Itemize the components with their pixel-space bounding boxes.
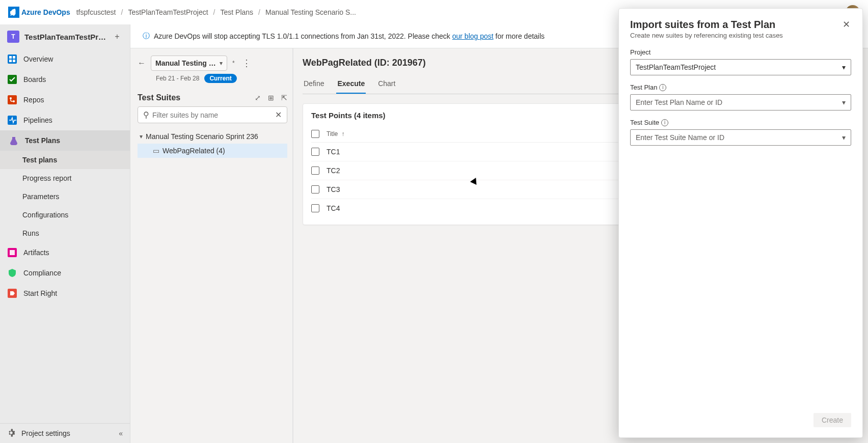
suite-filter-input[interactable] [152, 111, 275, 119]
row-checkbox[interactable] [311, 185, 319, 193]
add-icon[interactable]: + [112, 31, 123, 42]
panel-subtitle: Create new suites by referencing existin… [630, 32, 783, 39]
plan-dates: Feb 21 - Feb 28 [156, 75, 199, 82]
testplan-dropdown[interactable]: Enter Test Plan Name or ID ▾ [630, 94, 851, 110]
nav-label: Boards [23, 75, 46, 84]
project-dropdown[interactable]: TestPlanTeamTestProject ▾ [630, 59, 851, 75]
repos-icon [7, 95, 17, 105]
testplans-icon [9, 135, 19, 146]
svg-rect-0 [8, 54, 17, 64]
crumb-sep: / [213, 8, 215, 16]
project-settings-link[interactable]: Project settings [21, 429, 70, 437]
suite-item-selected[interactable]: ▭ WebPagRelated (4) [138, 144, 287, 158]
crumb-org[interactable]: tfspfcusctest [76, 8, 116, 16]
svg-rect-6 [8, 95, 17, 104]
crumb-project[interactable]: TestPlanTeamTestProject [128, 8, 208, 16]
subnav-label: Parameters [22, 192, 59, 201]
panel-title: Import suites from a Test Plan [630, 19, 783, 31]
current-badge: Current [204, 74, 236, 83]
nav-label: Start Right [23, 289, 57, 297]
expand-all-icon[interactable]: ⤢ [255, 94, 261, 102]
project-value: TestPlanTeamTestProject [636, 63, 716, 71]
suite-root[interactable]: ▾ Manual Testing Scenario Sprint 236 [138, 129, 287, 144]
tab-chart[interactable]: Chart [377, 74, 396, 94]
nav-label: Test Plans [25, 136, 60, 145]
subnav-configurations[interactable]: Configurations [0, 206, 130, 224]
project-header: T TestPlanTeamTestProj... + [0, 24, 130, 49]
svg-rect-4 [13, 60, 15, 62]
testplan-label: Test Plan i [630, 84, 851, 91]
subnav-parameters[interactable]: Parameters [0, 187, 130, 206]
import-suites-panel: Import suites from a Test Plan Create ne… [618, 8, 863, 438]
subnav-label: Configurations [22, 211, 68, 219]
nav-testplans[interactable]: Test Plans [0, 130, 130, 151]
nav-artifacts[interactable]: Artifacts [0, 242, 130, 263]
plan-selector[interactable]: Manual Testing S... ▾ [151, 56, 227, 71]
suite-filter[interactable]: ⚲ ✕ [138, 106, 287, 123]
nav-pipelines[interactable]: Pipelines [0, 110, 130, 130]
chevron-down-icon: ▾ [220, 60, 223, 67]
startright-icon [7, 288, 17, 298]
breadcrumb: tfspfcusctest / TestPlanTeamTestProject … [76, 8, 356, 16]
svg-rect-1 [9, 56, 12, 59]
nav-repos[interactable]: Repos [0, 90, 130, 110]
nav-label: Overview [23, 55, 53, 63]
svg-point-7 [10, 97, 12, 99]
back-arrow-icon[interactable]: ← [138, 59, 146, 68]
subnav-label: Runs [22, 229, 39, 237]
info-icon[interactable]: i [659, 84, 666, 91]
nav-compliance[interactable]: Compliance [0, 263, 130, 283]
crumb-sep: / [121, 8, 123, 16]
row-checkbox[interactable] [311, 148, 319, 156]
nav-label: Pipelines [23, 116, 52, 124]
folder-icon: ▭ [153, 147, 159, 155]
overview-icon [7, 54, 17, 64]
collapse-nav-icon[interactable]: « [119, 429, 123, 437]
brand-link[interactable]: Azure DevOps [21, 8, 70, 16]
nav-startright[interactable]: Start Right [0, 283, 130, 303]
create-button[interactable]: Create [813, 413, 851, 427]
subnav-label: Test plans [22, 156, 57, 164]
crumb-plan[interactable]: Manual Testing Scenario S... [265, 8, 356, 16]
pipelines-icon [7, 115, 17, 125]
svg-point-8 [13, 100, 15, 102]
leftnav: T TestPlanTeamTestProj... + Overview Boa… [0, 24, 130, 443]
suite-item-label: WebPagRelated (4) [162, 147, 225, 155]
banner-link[interactable]: our blog post [452, 32, 494, 40]
suite-root-label: Manual Testing Scenario Sprint 236 [146, 132, 258, 141]
testsuite-dropdown[interactable]: Enter Test Suite Name or ID ▾ [630, 129, 851, 146]
subnav-testplans[interactable]: Test plans [0, 151, 130, 169]
nav-label: Artifacts [23, 248, 49, 257]
nav-boards[interactable]: Boards [0, 69, 130, 90]
row-checkbox[interactable] [311, 167, 319, 175]
row-checkbox[interactable] [311, 204, 319, 212]
project-name[interactable]: TestPlanTeamTestProj... [24, 33, 106, 41]
artifacts-icon [7, 247, 17, 258]
sort-asc-icon: ↑ [342, 130, 345, 137]
subnav-progress[interactable]: Progress report [0, 169, 130, 187]
close-icon[interactable]: ✕ [842, 19, 851, 30]
nav-overview[interactable]: Overview [0, 49, 130, 69]
testsuite-placeholder: Enter Test Suite Name or ID [636, 133, 724, 142]
select-all-checkbox[interactable] [311, 130, 319, 138]
banner-text-before: Azure DevOps will stop accepting TLS 1.0… [154, 32, 452, 40]
chevron-down-icon: ▾ [842, 133, 846, 142]
subnav-runs[interactable]: Runs [0, 224, 130, 242]
svg-rect-3 [9, 60, 12, 62]
gear-icon [7, 429, 16, 438]
add-suite-icon[interactable]: ⊞ [268, 94, 274, 102]
testplan-placeholder: Enter Test Plan Name or ID [636, 98, 722, 106]
boards-icon [7, 74, 17, 85]
info-icon: ⓘ [143, 32, 150, 41]
info-icon[interactable]: i [661, 119, 668, 126]
tab-define[interactable]: Define [303, 74, 325, 94]
svg-rect-11 [10, 250, 15, 255]
clear-filter-icon[interactable]: ✕ [275, 110, 282, 120]
svg-rect-2 [13, 56, 15, 59]
export-icon[interactable]: ⇱ [281, 94, 287, 102]
testsuite-label: Test Suite i [630, 119, 851, 126]
azure-devops-logo-icon[interactable] [8, 7, 19, 18]
more-options-icon[interactable]: ⋮ [240, 56, 253, 71]
crumb-testplans[interactable]: Test Plans [220, 8, 253, 16]
tab-execute[interactable]: Execute [336, 74, 366, 94]
